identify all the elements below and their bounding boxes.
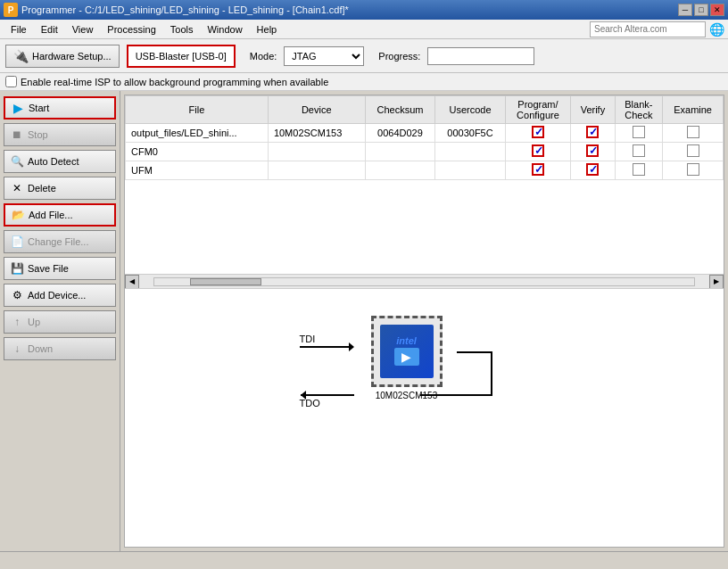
save-file-label: Save File xyxy=(28,263,69,274)
col-file: File xyxy=(126,96,269,124)
restore-button[interactable]: □ xyxy=(694,4,708,16)
up-icon: ↑ xyxy=(10,315,24,329)
table-row: CFM0 xyxy=(126,143,724,161)
table-row: UFM xyxy=(126,161,724,180)
isp-checkbox[interactable] xyxy=(5,76,17,87)
auto-detect-icon: 🔍 xyxy=(10,154,24,169)
delete-label: Delete xyxy=(28,183,56,194)
col-program: Program/Configure xyxy=(505,96,571,124)
add-device-icon: ⚙ xyxy=(10,288,24,302)
col-verify: Verify xyxy=(571,96,615,124)
toolbar: 🔌 Hardware Setup... USB-Blaster [USB-0] … xyxy=(0,39,728,73)
cell-verify-0[interactable] xyxy=(571,124,615,143)
close-button[interactable]: ✕ xyxy=(710,4,724,16)
isp-label: Enable real-time ISP to allow background… xyxy=(21,77,328,87)
up-button[interactable]: ↑ Up xyxy=(4,310,116,334)
mode-select[interactable]: JTAG AS PS xyxy=(284,46,364,66)
add-file-button[interactable]: 📂 Add File... xyxy=(4,203,116,227)
cell-program-2[interactable] xyxy=(505,161,571,180)
chip-arrow-icon: ▶ xyxy=(401,350,411,364)
down-label: Down xyxy=(28,343,53,354)
chip-package: intel ▶ xyxy=(371,316,443,387)
down-button[interactable]: ↓ Down xyxy=(4,337,116,360)
cell-verify-1[interactable] xyxy=(571,143,615,161)
mode-label: Mode: xyxy=(250,51,277,62)
progress-label: Progress: xyxy=(378,51,420,62)
stop-button[interactable]: ⏹ Stop xyxy=(4,123,116,146)
cell-device-0: 10M02SCM153 xyxy=(268,124,365,143)
start-label: Start xyxy=(29,103,49,113)
col-device: Device xyxy=(268,96,365,124)
title-bar: P Programmer - C:/1/LED_shining/LED_shin… xyxy=(0,0,728,20)
cell-file-0: output_files/LED_shini... xyxy=(126,124,269,143)
auto-detect-button[interactable]: 🔍 Auto Detect xyxy=(4,150,116,173)
chip-inner: intel ▶ xyxy=(380,325,434,378)
stop-label: Stop xyxy=(28,129,48,140)
window-title: Programmer - C:/1/LED_shining/LED_shinin… xyxy=(21,4,349,15)
globe-icon: 🌐 xyxy=(709,22,724,37)
save-file-button[interactable]: 💾 Save File xyxy=(4,257,116,280)
menu-help[interactable]: Help xyxy=(250,22,285,37)
change-file-label: Change File... xyxy=(28,236,88,247)
col-blank-check: Blank-Check xyxy=(615,96,663,124)
add-device-button[interactable]: ⚙ Add Device... xyxy=(4,284,116,307)
start-icon: ▶ xyxy=(11,101,25,115)
cell-examine-1[interactable] xyxy=(663,143,724,161)
auto-detect-label: Auto Detect xyxy=(28,156,79,167)
cell-program-1[interactable] xyxy=(505,143,571,161)
menu-tools[interactable]: Tools xyxy=(163,22,201,37)
menu-processing[interactable]: Processing xyxy=(100,22,162,37)
cell-verify-2[interactable] xyxy=(571,161,615,180)
hardware-setup-button[interactable]: 🔌 Hardware Setup... xyxy=(5,45,120,68)
stop-icon: ⏹ xyxy=(10,128,24,142)
cell-program-0[interactable] xyxy=(505,124,571,143)
menu-file[interactable]: File xyxy=(4,22,34,37)
menu-bar: File Edit View Processing Tools Window H… xyxy=(0,20,728,39)
start-button[interactable]: ▶ Start xyxy=(4,96,116,120)
cell-blank-0[interactable] xyxy=(615,124,663,143)
hw-setup-label: Hardware Setup... xyxy=(32,51,112,62)
down-icon: ↓ xyxy=(10,342,24,356)
main-content: ▶ Start ⏹ Stop 🔍 Auto Detect ✕ Delete 📂 … xyxy=(0,91,728,551)
usb-blaster-display: USB-Blaster [USB-0] xyxy=(127,45,236,68)
cell-blank-2[interactable] xyxy=(615,161,663,180)
cell-file-2: UFM xyxy=(126,161,269,180)
table-row: output_files/LED_shini... 10M02SCM153 00… xyxy=(126,124,724,143)
scrollbar-thumb[interactable] xyxy=(190,278,261,285)
usb-blaster-text: USB-Blaster [USB-0] xyxy=(136,51,227,62)
menu-edit[interactable]: Edit xyxy=(34,22,65,37)
menu-view[interactable]: View xyxy=(65,22,101,37)
cell-checksum-0: 0064D029 xyxy=(365,124,435,143)
diagram-area: TDI intel ▶ xyxy=(125,288,724,449)
scroll-left-btn[interactable]: ◀ xyxy=(125,275,139,289)
delete-button[interactable]: ✕ Delete xyxy=(4,177,116,200)
cell-blank-1[interactable] xyxy=(615,143,663,161)
menu-window[interactable]: Window xyxy=(200,22,249,37)
cell-device-2 xyxy=(268,161,365,180)
cell-usercode-0: 00030F5C xyxy=(435,124,505,143)
search-input[interactable] xyxy=(590,21,706,37)
change-file-button[interactable]: 📄 Change File... xyxy=(4,230,116,253)
add-file-icon: 📂 xyxy=(11,208,25,222)
cell-examine-2[interactable] xyxy=(663,161,724,180)
cell-checksum-1 xyxy=(365,143,435,161)
cell-device-1 xyxy=(268,143,365,161)
isp-row: Enable real-time ISP to allow background… xyxy=(0,73,728,91)
cell-checksum-2 xyxy=(365,161,435,180)
add-device-label: Add Device... xyxy=(28,290,86,301)
scroll-right-btn[interactable]: ▶ xyxy=(709,275,724,289)
minimize-button[interactable]: ─ xyxy=(678,4,692,16)
delete-icon: ✕ xyxy=(10,181,24,195)
add-file-label: Add File... xyxy=(29,210,73,220)
progress-bar xyxy=(427,47,534,65)
save-file-icon: 💾 xyxy=(10,261,24,276)
status-bar xyxy=(0,551,728,569)
table-area[interactable]: File Device Checksum Usercode Program/Co… xyxy=(125,95,724,274)
intel-logo: intel xyxy=(396,335,417,346)
cell-examine-0[interactable] xyxy=(663,124,724,143)
horizontal-scrollbar[interactable]: ◀ ▶ xyxy=(125,274,724,288)
cell-file-1: CFM0 xyxy=(126,143,269,161)
col-examine: Examine xyxy=(663,96,724,124)
right-panel: File Device Checksum Usercode Program/Co… xyxy=(124,95,724,548)
cell-usercode-1 xyxy=(435,143,505,161)
